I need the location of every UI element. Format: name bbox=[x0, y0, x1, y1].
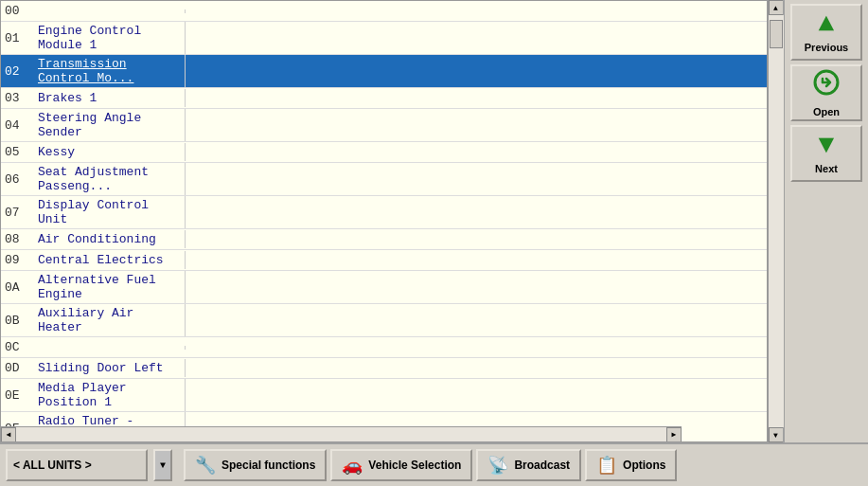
wrench-icon: 🔧 bbox=[195, 455, 216, 476]
scroll-track[interactable] bbox=[769, 15, 784, 427]
row-name: Radio Tuner - Digital bbox=[34, 412, 186, 426]
broadcast-button[interactable]: 📡 Broadcast bbox=[476, 449, 581, 481]
horizontal-scrollbar[interactable]: ◀ ▶ bbox=[1, 426, 682, 441]
all-units-dropdown[interactable]: < ALL UNITS > bbox=[6, 449, 148, 481]
h-scroll-left-btn[interactable]: ◀ bbox=[1, 427, 16, 442]
previous-button[interactable]: ▲ Previous bbox=[790, 4, 862, 61]
scroll-thumb[interactable] bbox=[770, 20, 783, 48]
row-code: 06 bbox=[1, 171, 34, 189]
next-button[interactable]: ▼ Next bbox=[790, 125, 862, 182]
row-name: Steering Angle Sender bbox=[34, 109, 186, 141]
row-code: 02 bbox=[1, 63, 34, 81]
vehicle-selection-label: Vehicle Selection bbox=[368, 459, 461, 472]
row-code: 00 bbox=[1, 2, 34, 20]
table-row[interactable]: 03Brakes 1 bbox=[1, 88, 767, 109]
broadcast-icon: 📡 bbox=[487, 455, 508, 476]
row-name: Auxiliary Air Heater bbox=[34, 304, 186, 336]
right-sidebar: ▲ Previous Open ▼ Next bbox=[783, 0, 868, 442]
row-code: 09 bbox=[1, 251, 34, 269]
row-code: 08 bbox=[1, 230, 34, 248]
open-label: Open bbox=[813, 106, 840, 117]
table-row[interactable]: 0C bbox=[1, 337, 767, 358]
bottom-toolbar: < ALL UNITS > ▼ 🔧 Special functions 🚗 Ve… bbox=[0, 442, 868, 486]
next-label: Next bbox=[815, 163, 838, 174]
table-row[interactable]: 0FRadio Tuner - Digital bbox=[1, 412, 767, 426]
row-name: Engine Control Module 1 bbox=[34, 22, 186, 54]
row-name: Alternative Fuel Engine bbox=[34, 271, 186, 303]
row-name bbox=[34, 9, 186, 13]
row-code: 03 bbox=[1, 89, 34, 107]
row-name: Seat Adjustment Passeng... bbox=[34, 163, 186, 195]
table-row[interactable]: 09Central Electrics bbox=[1, 250, 767, 271]
table-row[interactable]: 04Steering Angle Sender bbox=[1, 109, 767, 142]
table-row[interactable]: 02Transmission Control Mo... bbox=[1, 55, 767, 88]
table-row[interactable]: 00 bbox=[1, 1, 767, 22]
row-name: Kessy bbox=[34, 143, 186, 161]
previous-label: Previous bbox=[805, 42, 848, 53]
row-name: Air Conditioning bbox=[34, 230, 186, 248]
open-button[interactable]: Open bbox=[790, 64, 862, 121]
table-row[interactable]: 0DSliding Door Left bbox=[1, 358, 767, 379]
options-label: Options bbox=[623, 459, 665, 472]
main-area: 0001Engine Control Module 102Transmissio… bbox=[0, 0, 868, 442]
all-units-dropdown-arrow[interactable]: ▼ bbox=[153, 449, 172, 481]
row-code: 0B bbox=[1, 312, 34, 330]
all-units-label: < ALL UNITS > bbox=[13, 459, 92, 472]
open-icon bbox=[813, 69, 840, 102]
row-name: Brakes 1 bbox=[34, 89, 186, 107]
row-name: Central Electrics bbox=[34, 251, 186, 269]
row-code: 04 bbox=[1, 117, 34, 135]
vehicle-selection-button[interactable]: 🚗 Vehicle Selection bbox=[330, 449, 472, 481]
row-code: 0C bbox=[1, 338, 34, 356]
row-code: 05 bbox=[1, 143, 34, 161]
special-functions-button[interactable]: 🔧 Special functions bbox=[184, 449, 327, 481]
vertical-scrollbar[interactable]: ▲ ▼ bbox=[768, 0, 783, 442]
h-scroll-track[interactable] bbox=[16, 427, 666, 442]
list-scroll[interactable]: 0001Engine Control Module 102Transmissio… bbox=[1, 1, 767, 426]
table-row[interactable]: 01Engine Control Module 1 bbox=[1, 22, 767, 55]
row-code: 01 bbox=[1, 29, 34, 47]
h-scroll-right-btn[interactable]: ▶ bbox=[666, 427, 682, 442]
table-row[interactable]: 0AAlternative Fuel Engine bbox=[1, 271, 767, 304]
arrow-down-icon: ▼ bbox=[819, 133, 835, 159]
broadcast-label: Broadcast bbox=[514, 459, 570, 472]
scroll-down-btn[interactable]: ▼ bbox=[769, 427, 784, 442]
table-row[interactable]: 07Display Control Unit bbox=[1, 196, 767, 229]
table-row[interactable]: 08Air Conditioning bbox=[1, 229, 767, 250]
options-button[interactable]: 📋 Options bbox=[585, 449, 677, 481]
special-functions-label: Special functions bbox=[221, 459, 315, 472]
table-row[interactable]: 0BAuxiliary Air Heater bbox=[1, 304, 767, 337]
row-name bbox=[34, 346, 186, 350]
table-row[interactable]: 06Seat Adjustment Passeng... bbox=[1, 163, 767, 196]
options-icon: 📋 bbox=[596, 455, 617, 476]
list-container: 0001Engine Control Module 102Transmissio… bbox=[0, 0, 768, 442]
table-row[interactable]: 05Kessy bbox=[1, 142, 767, 163]
row-name: Display Control Unit bbox=[34, 196, 186, 228]
h-scrollbar-area: ◀ ▶ bbox=[1, 426, 767, 441]
arrow-up-icon: ▲ bbox=[819, 11, 835, 38]
row-code: 0F bbox=[1, 420, 34, 427]
row-name: Sliding Door Left bbox=[34, 359, 186, 377]
car-icon: 🚗 bbox=[342, 455, 363, 476]
row-name: Media Player Position 1 bbox=[34, 379, 186, 411]
row-name: Transmission Control Mo... bbox=[34, 55, 186, 87]
row-code: 07 bbox=[1, 204, 34, 222]
row-code: 0A bbox=[1, 279, 34, 297]
table-row[interactable]: 0EMedia Player Position 1 bbox=[1, 379, 767, 412]
row-code: 0E bbox=[1, 387, 34, 405]
scroll-up-btn[interactable]: ▲ bbox=[769, 0, 784, 15]
row-code: 0D bbox=[1, 359, 34, 377]
